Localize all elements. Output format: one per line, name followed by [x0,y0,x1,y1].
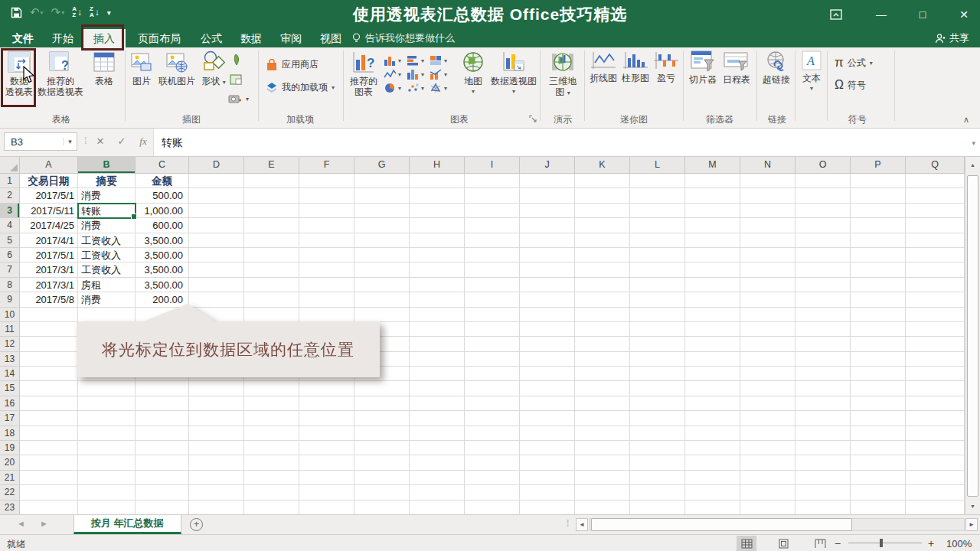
column-header-E[interactable]: E [244,157,299,174]
cell-O1[interactable] [795,174,851,188]
cell-G8[interactable] [354,278,410,292]
cell-J9[interactable] [520,292,575,307]
cell-E2[interactable] [244,188,299,203]
ribbon-display-options-icon[interactable] [830,9,850,20]
cell-D16[interactable] [189,396,244,411]
cell-B23[interactable] [78,500,136,514]
camera-button[interactable]: ▾ [228,93,249,104]
row-header-10[interactable]: 10 [0,308,20,322]
cell-I1[interactable] [465,174,520,188]
row-header-2[interactable]: 2 [0,188,20,203]
cell-C18[interactable] [136,426,189,441]
enter-button[interactable]: ✓ [112,132,132,151]
cell-D23[interactable] [189,500,244,514]
cell-K16[interactable] [575,396,630,411]
cell-P20[interactable] [851,455,906,470]
share-button[interactable]: 共享 [935,29,969,47]
cell-H13[interactable] [410,352,465,367]
page-layout-view-button[interactable] [773,536,793,551]
cell-I3[interactable] [465,204,520,218]
cell-H1[interactable] [410,174,465,188]
cell-D20[interactable] [189,455,244,470]
cell-P2[interactable] [851,188,906,203]
cell-D8[interactable] [189,278,244,292]
cell-I16[interactable] [465,396,520,411]
cell-I6[interactable] [465,248,520,262]
cell-G21[interactable] [354,471,410,485]
cell-K19[interactable] [575,441,630,455]
cell-P19[interactable] [851,441,906,455]
cell-C4[interactable]: 600.00 [136,218,189,233]
tab-view[interactable]: 视图 [309,29,352,47]
screenshot-button[interactable] [230,73,242,86]
row-header-4[interactable]: 4 [0,218,20,233]
cell-E19[interactable] [244,441,299,455]
cell-A23[interactable] [20,500,78,514]
page-break-view-button[interactable] [810,536,830,551]
cell-Q3[interactable] [906,204,965,218]
cell-K20[interactable] [575,455,630,470]
cell-N20[interactable] [740,455,795,470]
cell-N10[interactable] [740,308,795,322]
cell-M13[interactable] [685,352,740,367]
cell-J6[interactable] [520,248,575,262]
cell-N2[interactable] [740,188,795,203]
cell-Q14[interactable] [906,367,965,381]
cell-C8[interactable]: 3,500.00 [136,278,189,292]
cell-F3[interactable] [299,204,354,218]
cell-B8[interactable]: 房租 [78,278,136,292]
cell-C7[interactable]: 3,500.00 [136,262,189,277]
cell-I17[interactable] [465,411,520,425]
cell-L9[interactable] [630,292,685,307]
cell-E4[interactable] [244,218,299,233]
cell-L18[interactable] [630,426,685,441]
cell-O16[interactable] [795,396,851,411]
cell-G4[interactable] [354,218,410,233]
cell-I13[interactable] [465,352,520,367]
cell-D7[interactable] [189,262,244,277]
cell-Q21[interactable] [906,471,965,485]
select-all-corner[interactable] [0,157,20,174]
cell-B20[interactable] [78,455,136,470]
cell-L11[interactable] [630,322,685,337]
cell-F5[interactable] [299,233,354,248]
cell-G7[interactable] [354,262,410,277]
row-header-11[interactable]: 11 [0,322,20,337]
formula-bar-splitter[interactable]: ⁞ [84,135,87,146]
line-scatter-chart-button[interactable]: ▾ [384,69,401,80]
cell-L1[interactable] [630,174,685,188]
tab-formulas[interactable]: 公式 [190,29,233,47]
cell-H3[interactable] [410,204,465,218]
cell-H15[interactable] [410,381,465,396]
tab-data[interactable]: 数据 [230,29,273,47]
cell-N4[interactable] [740,218,795,233]
cell-L14[interactable] [630,367,685,381]
zoom-in-icon[interactable]: + [928,537,934,549]
scroll-left-icon[interactable]: ◄ [576,518,588,531]
my-addins-button[interactable]: 我的加载项 ▾ [266,81,335,94]
cell-B2[interactable]: 消费 [78,188,136,203]
cell-Q5[interactable] [906,233,965,248]
cell-C3[interactable]: 1,000.00 [136,204,189,218]
smartart-button[interactable] [230,54,242,66]
cell-K21[interactable] [575,471,630,485]
cell-C5[interactable]: 3,500.00 [136,233,189,248]
cell-M19[interactable] [685,441,740,455]
store-button[interactable]: 应用商店 [266,58,318,71]
cell-C2[interactable]: 500.00 [136,188,189,203]
cell-M23[interactable] [685,500,740,514]
hierarchy-chart-button[interactable]: ▾ [430,55,447,66]
row-header-23[interactable]: 23 [0,500,20,514]
cell-A4[interactable]: 2017/4/25 [20,218,78,233]
column-header-L[interactable]: L [630,157,685,174]
cell-H22[interactable] [410,485,465,500]
sparkline-winloss-button[interactable]: 盈亏 [652,51,680,83]
cell-C23[interactable] [136,500,189,514]
cell-K10[interactable] [575,308,630,322]
cell-P15[interactable] [851,381,906,396]
cell-O12[interactable] [795,337,851,351]
cell-G23[interactable] [354,500,410,514]
cell-M9[interactable] [685,292,740,307]
cell-M7[interactable] [685,262,740,277]
cell-L16[interactable] [630,396,685,411]
